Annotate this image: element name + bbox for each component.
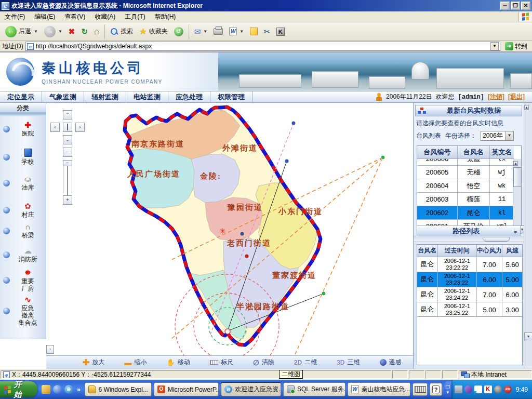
tab-weather-monitor[interactable]: 气象监测 [42, 91, 84, 103]
typhoon-row-selected[interactable]: 200602 昆仑 kl [417, 206, 514, 220]
scroll-up-icon[interactable]: ▲ [524, 105, 529, 110]
go-button[interactable]: ➜ 转到 [502, 42, 530, 51]
page-scrollbar[interactable]: ▲ ▼ [524, 103, 532, 369]
favorites-button[interactable]: ★收藏夹 [136, 25, 170, 37]
menu-file[interactable]: 文件(F) [0, 11, 30, 23]
input-method-button[interactable] [413, 383, 428, 396]
task-powerpoint[interactable]: O Microsoft PowerP... [154, 382, 219, 396]
snagit-button[interactable]: ✂ [261, 26, 273, 37]
year-select[interactable]: 2006年 ▼ [481, 131, 514, 141]
ime-help-button[interactable]: ? [430, 383, 442, 396]
restore-button[interactable]: ❐ [511, 2, 520, 10]
map-center-button[interactable] [63, 123, 72, 132]
messenger-tray-icon[interactable] [464, 385, 472, 393]
clear-tool[interactable]: ∅清除 [253, 358, 274, 367]
sidebar-item-hospital[interactable]: ✚医院 [3, 121, 46, 137]
forward-button[interactable]: ▼ [41, 25, 65, 38]
ruler-tool[interactable]: 标尺 [210, 358, 233, 367]
scroll-up-icon[interactable]: ▲ [513, 161, 518, 166]
menu-favorites[interactable]: 收藏(A) [90, 11, 120, 23]
path-row[interactable]: 昆仑 2006-12-1 23:22:22 7.00 5.60 [417, 257, 522, 272]
menu-view[interactable]: 查看(V) [60, 11, 90, 23]
address-dropdown-icon[interactable]: ▼ [490, 42, 499, 50]
volume-tray-icon[interactable] [494, 385, 502, 393]
sidebar-item-village[interactable]: ✿村庄 [3, 202, 46, 218]
quick-launch-more-icon[interactable]: » [77, 386, 81, 393]
task-windows-explorer[interactable]: 6 Windows Expl...▼ [85, 382, 152, 396]
scroll-thumb[interactable] [513, 167, 522, 187]
tray-collapse-button[interactable]: ❐▾ [444, 381, 451, 397]
view-3d-tool[interactable]: 3D三维 [337, 358, 360, 367]
menu-help[interactable]: 帮助(H) [150, 11, 181, 23]
typhoon-row[interactable]: 200603 榴莲 11 [417, 193, 514, 206]
year-dropdown-icon[interactable]: ▼ [505, 131, 513, 140]
address-input[interactable]: e http://localhost/QSgridwebgis/default.… [25, 42, 500, 51]
tab-permission-manage[interactable]: 权限管理 [210, 91, 252, 103]
pan-up-button[interactable]: ⌃ [63, 110, 72, 119]
menu-tools[interactable]: 工具(T) [120, 11, 150, 23]
stop-button[interactable]: ✖ [65, 26, 78, 37]
quick-launch-icon[interactable] [42, 385, 50, 394]
pan-left-button[interactable]: ‹ [50, 123, 60, 132]
task-ie-current[interactable]: e 欢迎进入应急资... [221, 382, 281, 396]
zoom-out-step-button[interactable]: − [63, 148, 72, 157]
edit-word-button[interactable]: W▼ [226, 26, 247, 36]
pan-right-button[interactable]: › [75, 123, 85, 132]
sidebar-item-oil-depot[interactable]: ⛀油库 [3, 175, 46, 191]
start-button[interactable]: 开始 [0, 381, 37, 397]
typhoon-row[interactable]: 200606 太虚 tx [417, 159, 514, 166]
print-button[interactable] [210, 27, 226, 36]
sidebar-item-fire-station[interactable]: ☁消防所 [3, 246, 46, 263]
sidebar-item-school[interactable]: 学校 [3, 149, 46, 165]
path-row[interactable]: 昆仑 2006-12-1 23:24:22 7.00 6.00 [417, 287, 522, 302]
sidebar-expand-button[interactable]: › [46, 345, 54, 354]
view-2d-tool[interactable]: 2D二维 [294, 358, 317, 367]
antivirus-tray-icon[interactable]: K [484, 385, 492, 393]
quit-link[interactable]: [退出] [508, 92, 525, 101]
ati-tray-icon[interactable]: ATI [504, 385, 512, 393]
home-button[interactable]: ⌂ [91, 25, 102, 38]
mail-button[interactable]: ✉▼ [191, 26, 211, 37]
typhoon-list-scrollbar[interactable]: ▲ ▼ [513, 159, 521, 233]
remote-sensing-tool[interactable]: 遥感 [380, 358, 402, 367]
refresh-button[interactable]: ↻ [78, 26, 91, 37]
typhoon-row[interactable]: 200604 悟空 wk [417, 179, 514, 193]
zoom-slider-ticks[interactable] [63, 164, 72, 193]
path-row[interactable]: 昆仑 2006-12-1 23:25:22 5.00 3.00 [417, 302, 522, 317]
tab-locate-display[interactable]: 定位显示 [0, 91, 42, 103]
collapse-chevron-icon[interactable]: » [513, 230, 519, 232]
tab-emergency-handle[interactable]: 应急处理 [168, 91, 210, 103]
search-button[interactable]: 搜索 [107, 26, 136, 37]
map-canvas[interactable]: ✳ 南京东路街道 外滩街道 人民广场街道 金陵: 豫园街道 小东门街道 老西门街… [46, 103, 413, 369]
close-button[interactable]: ✕ [521, 2, 530, 10]
logout-link[interactable]: [注销] [488, 92, 504, 101]
typhoon-row[interactable]: 200605 无稽 wj [417, 166, 514, 179]
minimize-button[interactable]: ─ [500, 2, 510, 10]
tab-station-monitor[interactable]: 电站监测 [126, 91, 168, 103]
zoom-in-step-button[interactable]: + [63, 195, 72, 205]
pan-down-button[interactable]: ⌄ [63, 135, 72, 144]
panel-splitter[interactable] [414, 236, 524, 242]
zoom-in-tool[interactable]: ✚放大 [83, 358, 104, 367]
grid-tray-icon[interactable] [474, 385, 482, 393]
sidebar-item-bridge[interactable]: ∩桥梁 [3, 222, 46, 239]
zoom-out-tool[interactable]: ▬缩小 [124, 358, 147, 367]
antivirus-button[interactable]: K [273, 26, 288, 37]
path-list-header[interactable]: 路径列表 » [417, 225, 521, 237]
sidebar-item-important-plant[interactable]: ✹重要 厂房 [3, 268, 46, 292]
quick-launch-ie-icon[interactable]: e [64, 385, 73, 394]
quick-launch-icon[interactable] [53, 385, 62, 394]
menu-edit[interactable]: 编辑(E) [30, 11, 60, 23]
back-button[interactable]: 后退▼ [2, 25, 41, 38]
messenger-button[interactable] [247, 26, 261, 36]
pan-tool[interactable]: ✋移动 [166, 358, 190, 367]
sql-server-tray-icon[interactable] [455, 385, 462, 393]
history-button[interactable]: ↺ [171, 26, 187, 37]
task-word-doc[interactable]: W 秦山核电站应急... [348, 382, 411, 396]
task-sql-server[interactable]: SQL Server 服务... [283, 382, 345, 396]
path-row-selected[interactable]: 昆仑 2006-12-1 23:23:22 6.00 5.00 [417, 272, 522, 287]
tab-radiation-monitor[interactable]: 辐射监测 [84, 91, 126, 103]
scroll-down-icon[interactable]: ▼ [524, 332, 532, 340]
sidebar-item-evacuation-point[interactable]: ∿应急 撤离 集合点 [3, 295, 46, 326]
splitter-grip[interactable] [483, 237, 510, 242]
